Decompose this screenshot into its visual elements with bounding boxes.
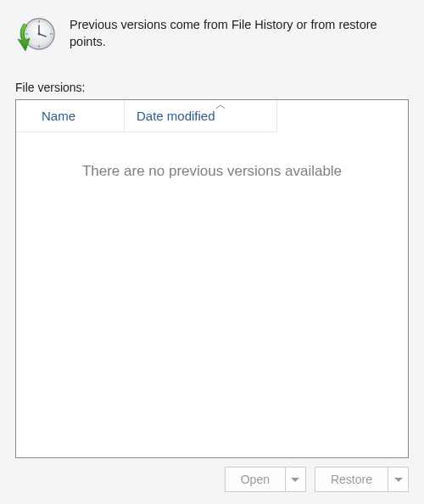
open-split-button[interactable]: Open (225, 467, 306, 492)
file-versions-list[interactable]: Name Date modified There are no previous… (15, 99, 409, 458)
open-button[interactable]: Open (226, 468, 285, 491)
list-header-row: Name Date modified (16, 100, 408, 132)
restore-clock-icon (17, 15, 56, 57)
chevron-down-icon (394, 478, 403, 482)
restore-button[interactable]: Restore (315, 468, 388, 491)
header-row: Previous versions come from File History… (15, 15, 409, 57)
chevron-down-icon (291, 478, 299, 482)
svg-point-8 (38, 33, 41, 36)
button-row: Open Restore (15, 467, 409, 492)
restore-dropdown[interactable] (388, 468, 408, 491)
description-text: Previous versions come from File History… (70, 15, 409, 50)
restore-split-button[interactable]: Restore (315, 467, 409, 492)
empty-list-message: There are no previous versions available (16, 132, 408, 180)
column-header-date[interactable]: Date modified (125, 100, 277, 132)
file-versions-label: File versions: (15, 81, 409, 94)
column-header-name[interactable]: Name (16, 100, 125, 132)
column-header-spacer (277, 100, 408, 132)
open-dropdown[interactable] (285, 468, 305, 491)
